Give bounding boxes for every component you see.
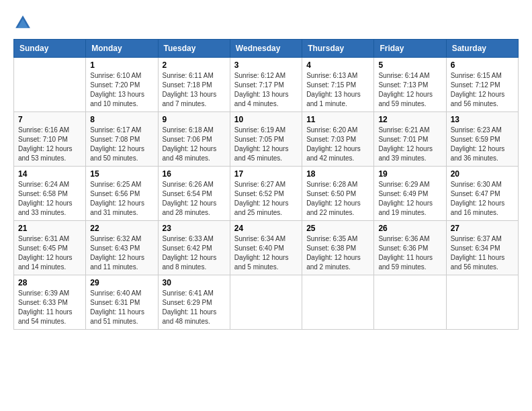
calendar-cell: 5 Sunrise: 6:14 AMSunset: 7:13 PMDayligh… bbox=[374, 58, 446, 112]
cell-info: Sunrise: 6:19 AMSunset: 7:05 PMDaylight:… bbox=[234, 126, 298, 163]
date-number: 23 bbox=[163, 224, 226, 233]
calendar-cell: 13 Sunrise: 6:23 AMSunset: 6:59 PMDaylig… bbox=[446, 112, 518, 167]
date-number: 2 bbox=[163, 60, 226, 70]
page-header bbox=[13, 13, 519, 32]
calendar-week-4: 21 Sunrise: 6:31 AMSunset: 6:45 PMDaylig… bbox=[14, 221, 519, 275]
date-number: 12 bbox=[378, 115, 441, 124]
date-number: 29 bbox=[90, 278, 153, 287]
date-number: 10 bbox=[234, 115, 298, 124]
calendar-cell: 27 Sunrise: 6:37 AMSunset: 6:34 PMDaylig… bbox=[446, 221, 518, 275]
calendar-week-2: 7 Sunrise: 6:16 AMSunset: 7:10 PMDayligh… bbox=[14, 112, 519, 167]
calendar-cell: 15 Sunrise: 6:25 AMSunset: 6:56 PMDaylig… bbox=[86, 167, 158, 221]
cell-info: Sunrise: 6:37 AMSunset: 6:34 PMDaylight:… bbox=[451, 234, 514, 272]
cell-info: Sunrise: 6:26 AMSunset: 6:54 PMDaylight:… bbox=[163, 180, 226, 218]
calendar-cell: 9 Sunrise: 6:18 AMSunset: 7:06 PMDayligh… bbox=[158, 112, 230, 167]
date-number: 27 bbox=[451, 224, 514, 233]
calendar-cell: 22 Sunrise: 6:32 AMSunset: 6:43 PMDaylig… bbox=[86, 221, 158, 275]
calendar-cell: 10 Sunrise: 6:19 AMSunset: 7:05 PMDaylig… bbox=[230, 112, 302, 167]
day-header-friday: Friday bbox=[374, 40, 446, 58]
date-number: 1 bbox=[90, 60, 153, 70]
date-number: 3 bbox=[234, 60, 298, 70]
calendar-week-3: 14 Sunrise: 6:24 AMSunset: 6:58 PMDaylig… bbox=[14, 167, 519, 221]
calendar-cell: 7 Sunrise: 6:16 AMSunset: 7:10 PMDayligh… bbox=[14, 112, 86, 167]
cell-info: Sunrise: 6:35 AMSunset: 6:38 PMDaylight:… bbox=[306, 234, 369, 272]
day-header-wednesday: Wednesday bbox=[230, 40, 302, 58]
cell-info: Sunrise: 6:21 AMSunset: 7:01 PMDaylight:… bbox=[378, 126, 441, 163]
cell-info: Sunrise: 6:27 AMSunset: 6:52 PMDaylight:… bbox=[234, 180, 298, 218]
calendar-cell: 12 Sunrise: 6:21 AMSunset: 7:01 PMDaylig… bbox=[374, 112, 446, 167]
cell-info: Sunrise: 6:31 AMSunset: 6:45 PMDaylight:… bbox=[18, 234, 81, 272]
cell-info: Sunrise: 6:30 AMSunset: 6:47 PMDaylight:… bbox=[451, 180, 514, 218]
calendar-cell: 6 Sunrise: 6:15 AMSunset: 7:12 PMDayligh… bbox=[446, 58, 518, 112]
cell-info: Sunrise: 6:10 AMSunset: 7:20 PMDaylight:… bbox=[90, 71, 153, 109]
calendar-cell: 17 Sunrise: 6:27 AMSunset: 6:52 PMDaylig… bbox=[230, 167, 302, 221]
date-number: 21 bbox=[18, 224, 81, 233]
date-number: 13 bbox=[451, 115, 514, 124]
calendar-week-5: 28 Sunrise: 6:39 AMSunset: 6:33 PMDaylig… bbox=[14, 275, 519, 330]
day-header-tuesday: Tuesday bbox=[158, 40, 230, 58]
date-number: 30 bbox=[163, 278, 226, 287]
cell-info: Sunrise: 6:41 AMSunset: 6:29 PMDaylight:… bbox=[163, 289, 226, 326]
calendar-cell: 26 Sunrise: 6:36 AMSunset: 6:36 PMDaylig… bbox=[374, 221, 446, 275]
date-number: 24 bbox=[234, 224, 298, 233]
date-number: 16 bbox=[163, 169, 226, 179]
date-number: 28 bbox=[18, 278, 81, 287]
date-number: 19 bbox=[378, 169, 441, 179]
calendar-cell bbox=[230, 275, 302, 330]
calendar-cell: 19 Sunrise: 6:29 AMSunset: 6:49 PMDaylig… bbox=[374, 167, 446, 221]
date-number: 25 bbox=[306, 224, 369, 233]
date-number: 5 bbox=[378, 60, 441, 70]
day-header-saturday: Saturday bbox=[446, 40, 518, 58]
cell-info: Sunrise: 6:20 AMSunset: 7:03 PMDaylight:… bbox=[306, 126, 369, 163]
calendar-cell bbox=[446, 275, 518, 330]
date-number: 8 bbox=[90, 115, 153, 124]
calendar-cell: 30 Sunrise: 6:41 AMSunset: 6:29 PMDaylig… bbox=[158, 275, 230, 330]
date-number: 11 bbox=[306, 115, 369, 124]
calendar-cell bbox=[14, 58, 86, 112]
cell-info: Sunrise: 6:17 AMSunset: 7:08 PMDaylight:… bbox=[90, 126, 153, 163]
cell-info: Sunrise: 6:16 AMSunset: 7:10 PMDaylight:… bbox=[18, 126, 81, 163]
date-number: 14 bbox=[18, 169, 81, 179]
day-header-row: SundayMondayTuesdayWednesdayThursdayFrid… bbox=[14, 40, 519, 58]
calendar-cell: 4 Sunrise: 6:13 AMSunset: 7:15 PMDayligh… bbox=[302, 58, 374, 112]
cell-info: Sunrise: 6:18 AMSunset: 7:06 PMDaylight:… bbox=[163, 126, 226, 163]
date-number: 26 bbox=[378, 224, 441, 233]
calendar-cell: 14 Sunrise: 6:24 AMSunset: 6:58 PMDaylig… bbox=[14, 167, 86, 221]
calendar-week-1: 1 Sunrise: 6:10 AMSunset: 7:20 PMDayligh… bbox=[14, 58, 519, 112]
day-header-sunday: Sunday bbox=[14, 40, 86, 58]
date-number: 22 bbox=[90, 224, 153, 233]
date-number: 20 bbox=[451, 169, 514, 179]
calendar-cell: 20 Sunrise: 6:30 AMSunset: 6:47 PMDaylig… bbox=[446, 167, 518, 221]
cell-info: Sunrise: 6:13 AMSunset: 7:15 PMDaylight:… bbox=[306, 71, 369, 109]
cell-info: Sunrise: 6:33 AMSunset: 6:42 PMDaylight:… bbox=[163, 234, 226, 272]
cell-info: Sunrise: 6:39 AMSunset: 6:33 PMDaylight:… bbox=[18, 289, 81, 326]
cell-info: Sunrise: 6:32 AMSunset: 6:43 PMDaylight:… bbox=[90, 234, 153, 272]
date-number: 18 bbox=[306, 169, 369, 179]
calendar-cell bbox=[374, 275, 446, 330]
calendar-cell: 23 Sunrise: 6:33 AMSunset: 6:42 PMDaylig… bbox=[158, 221, 230, 275]
cell-info: Sunrise: 6:11 AMSunset: 7:18 PMDaylight:… bbox=[163, 71, 226, 109]
cell-info: Sunrise: 6:25 AMSunset: 6:56 PMDaylight:… bbox=[90, 180, 153, 218]
date-number: 17 bbox=[234, 169, 298, 179]
cell-info: Sunrise: 6:12 AMSunset: 7:17 PMDaylight:… bbox=[234, 71, 298, 109]
cell-info: Sunrise: 6:36 AMSunset: 6:36 PMDaylight:… bbox=[378, 234, 441, 272]
calendar-cell: 1 Sunrise: 6:10 AMSunset: 7:20 PMDayligh… bbox=[86, 58, 158, 112]
cell-info: Sunrise: 6:40 AMSunset: 6:31 PMDaylight:… bbox=[90, 289, 153, 326]
date-number: 15 bbox=[90, 169, 153, 179]
calendar-cell: 28 Sunrise: 6:39 AMSunset: 6:33 PMDaylig… bbox=[14, 275, 86, 330]
cell-info: Sunrise: 6:29 AMSunset: 6:49 PMDaylight:… bbox=[378, 180, 441, 218]
calendar-cell: 3 Sunrise: 6:12 AMSunset: 7:17 PMDayligh… bbox=[230, 58, 302, 112]
cell-info: Sunrise: 6:15 AMSunset: 7:12 PMDaylight:… bbox=[451, 71, 514, 109]
cell-info: Sunrise: 6:28 AMSunset: 6:50 PMDaylight:… bbox=[306, 180, 369, 218]
calendar-cell bbox=[302, 275, 374, 330]
date-number: 4 bbox=[306, 60, 369, 70]
calendar-table: SundayMondayTuesdayWednesdayThursdayFrid… bbox=[13, 39, 519, 330]
date-number: 9 bbox=[163, 115, 226, 124]
cell-info: Sunrise: 6:24 AMSunset: 6:58 PMDaylight:… bbox=[18, 180, 81, 218]
day-header-monday: Monday bbox=[86, 40, 158, 58]
calendar-cell: 11 Sunrise: 6:20 AMSunset: 7:03 PMDaylig… bbox=[302, 112, 374, 167]
calendar-cell: 8 Sunrise: 6:17 AMSunset: 7:08 PMDayligh… bbox=[86, 112, 158, 167]
logo bbox=[13, 13, 35, 32]
cell-info: Sunrise: 6:34 AMSunset: 6:40 PMDaylight:… bbox=[234, 234, 298, 272]
calendar-cell: 2 Sunrise: 6:11 AMSunset: 7:18 PMDayligh… bbox=[158, 58, 230, 112]
